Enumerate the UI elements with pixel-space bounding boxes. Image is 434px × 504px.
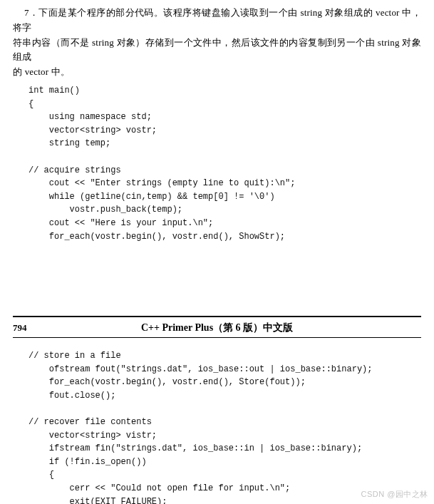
lower-page: // store in a file ofstream fout("string… <box>0 344 434 504</box>
upper-page: 7．下面是某个程序的部分代码。该程序将键盘输入读取到一个由 string 对象组… <box>0 0 434 250</box>
page-gap <box>0 250 434 316</box>
question-number: 7． <box>24 7 38 18</box>
code-block-2: // store in a file ofstream fout("string… <box>29 349 421 504</box>
watermark: CSDN @园中之林 <box>361 489 428 500</box>
page-header: 794 C++ Primer Plus（第 6 版）中文版 <box>0 317 434 337</box>
question-line1: 下面是某个程序的部分代码。该程序将键盘输入读取到一个由 string 对象组成的… <box>13 7 421 33</box>
question-line3: 的 vector 中。 <box>13 66 70 77</box>
question-line2: 符串内容（而不是 string 对象）存储到一个文件中，然后该文件的内容复制到另… <box>13 37 421 63</box>
page-number: 794 <box>13 322 41 334</box>
code-block-1: int main() { using namespace std; vector… <box>29 84 421 243</box>
book-title: C++ Primer Plus（第 6 版）中文版 <box>41 322 393 334</box>
question-text: 7．下面是某个程序的部分代码。该程序将键盘输入读取到一个由 string 对象组… <box>13 6 421 80</box>
header-rule-bottom <box>13 337 421 338</box>
